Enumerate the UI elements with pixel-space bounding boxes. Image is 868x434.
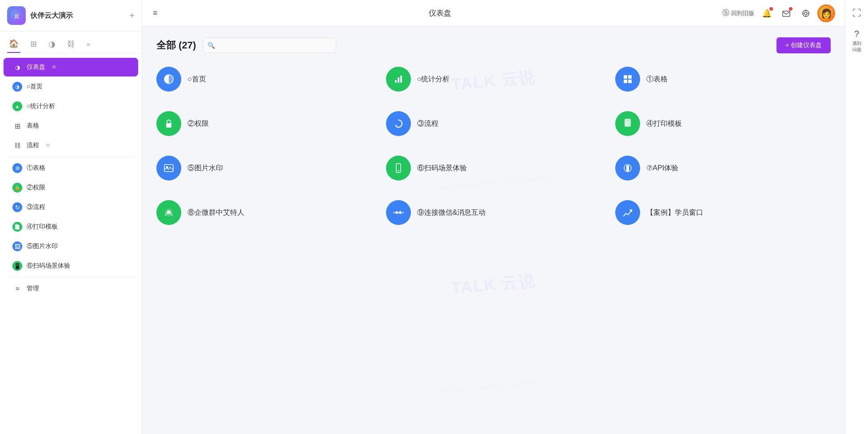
table-icon: ⊞: [12, 121, 22, 131]
card-icon-case: [615, 200, 640, 225]
help-label: 遇到 问题: [852, 40, 861, 53]
qrcode-icon: 📱: [12, 261, 22, 271]
card-label-qrcode: ⑥扫码场景体验: [417, 164, 467, 173]
sidebar-item-table1[interactable]: ⊞ ①表格: [4, 159, 138, 177]
dashboard-grid: ○首页 ○统计分析: [156, 62, 831, 229]
content-area: TALK 云说 -www.idctalk.com-国内专业云计算交流服务平台- …: [142, 27, 845, 434]
svg-point-26: [398, 170, 399, 172]
right-panel-qr[interactable]: ⛶: [845, 4, 868, 23]
svg-rect-13: [624, 75, 627, 79]
sidebar-item-table1-label: ①表格: [27, 164, 45, 172]
card-icon-permission: [156, 111, 181, 136]
sidebar-item-stats[interactable]: ▲ ○统计分析: [4, 97, 138, 116]
home-icon: ◑: [12, 82, 22, 92]
sidebar-item-flow3[interactable]: ↻ ③流程: [4, 198, 138, 217]
dashboard-card-stats[interactable]: ○统计分析: [386, 62, 601, 96]
sidebar-item-manage[interactable]: ≡ 管理: [4, 279, 138, 298]
sidebar-item-stats-label: ○统计分析: [27, 102, 55, 110]
svg-point-35: [402, 212, 404, 213]
dashboard-icon: ◑: [12, 62, 22, 72]
search-icon: 🔍: [207, 42, 215, 49]
user-avatar-button[interactable]: 👩: [818, 5, 834, 21]
card-icon-wechat-msg: [386, 200, 411, 225]
sidebar-item-table[interactable]: ⊞ 表格: [4, 117, 138, 135]
settings-button[interactable]: [799, 6, 813, 20]
svg-point-3: [803, 10, 809, 16]
dashboard-card-case[interactable]: 【案例】学员窗口: [615, 196, 831, 229]
sidebar-item-table-label: 表格: [27, 122, 39, 130]
notification-button[interactable]: 🔔: [760, 6, 774, 20]
card-icon-stats: [386, 67, 411, 92]
dashboard-card-print[interactable]: ④打印模板: [615, 107, 831, 141]
sidebar-item-flow-label: 流程: [27, 141, 39, 149]
sidebar: 云 伙伴云大演示 + 🏠 ⊞ ◑ ⛓ » ◑ 仪表盘 👁 ◑ ○首页 ▲ ○统计…: [0, 0, 142, 434]
card-icon-api: [615, 156, 640, 181]
card-icon-wechat-group: [156, 200, 181, 225]
dashboard-card-flow[interactable]: ③流程: [386, 107, 601, 141]
topbar-actions: Ⓢ 回到旧版 🔔: [722, 5, 834, 21]
sidebar-item-dashboard-label: 仪表盘: [27, 63, 45, 71]
svg-point-34: [393, 212, 395, 213]
sidebar-tab-more[interactable]: »: [87, 40, 90, 48]
card-label-wechat-group: ⑧企微群中艾特人: [187, 208, 244, 217]
sidebar-item-qrcode-label: ⑥扫码场景体验: [27, 262, 70, 270]
card-label-home: ○首页: [187, 75, 206, 84]
search-input[interactable]: [203, 38, 336, 53]
permission-icon: 🔒: [12, 183, 22, 193]
svg-point-29: [627, 170, 629, 172]
sidebar-item-permission[interactable]: 🔒 ②权限: [4, 178, 138, 197]
svg-rect-17: [166, 123, 171, 128]
tab-flow[interactable]: ⛓: [65, 36, 77, 52]
dashboard-card-api[interactable]: ⑦API体验: [615, 151, 831, 185]
sidebar-item-qrcode[interactable]: 📱 ⑥扫码场景体验: [4, 257, 138, 275]
watermark-icon: 🖼: [12, 241, 22, 251]
old-version-button[interactable]: Ⓢ 回到旧版: [722, 8, 754, 18]
stats-icon: ▲: [12, 101, 22, 111]
dashboard-card-qrcode[interactable]: ⑥扫码场景体验: [386, 151, 601, 185]
mail-button[interactable]: [779, 6, 793, 20]
sidebar-item-manage-label: 管理: [27, 285, 39, 293]
avatar-image: 👩: [819, 6, 833, 20]
svg-rect-10: [395, 80, 397, 83]
dashboard-card-wechat-group[interactable]: ⑧企微群中艾特人: [156, 196, 372, 229]
table1-icon: ⊞: [12, 163, 22, 173]
dashboard-card-wechat-msg[interactable]: ⑨连接微信&消息互动: [386, 196, 601, 229]
sidebar-tabs: 🏠 ⊞ ◑ ⛓ »: [0, 32, 142, 53]
card-label-stats: ○统计分析: [417, 75, 450, 84]
sidebar-add-button[interactable]: +: [129, 11, 135, 21]
sidebar-item-home[interactable]: ◑ ○首页: [4, 77, 138, 96]
content-inner: 全部 (27) 🔍 + 创建仪表盘: [156, 37, 831, 229]
search-box: 🔍: [203, 38, 336, 53]
dashboard-card-home[interactable]: ○首页: [156, 62, 372, 96]
svg-rect-28: [626, 165, 629, 171]
svg-rect-14: [628, 75, 632, 79]
svg-text:云: 云: [14, 13, 19, 19]
sidebar-header: 云 伙伴云大演示 +: [0, 0, 142, 32]
dashboard-card-table[interactable]: ①表格: [615, 62, 831, 96]
card-icon-imgwm: [156, 156, 181, 181]
content-title: 全部 (27): [156, 39, 196, 52]
tab-table[interactable]: ⊞: [28, 36, 39, 52]
sidebar-divider: [7, 157, 135, 157]
sidebar-item-print[interactable]: 📄 ④打印模板: [4, 217, 138, 236]
sidebar-item-watermark-label: ⑤图片水印: [27, 242, 58, 250]
sidebar-divider2: [7, 277, 135, 277]
menu-icon[interactable]: ≡: [153, 8, 158, 18]
tab-home[interactable]: 🏠: [7, 35, 20, 53]
card-icon-print: [615, 111, 640, 136]
dashboard-card-imgwm[interactable]: ⑤图片水印: [156, 151, 372, 185]
right-panel: ⛶ ? 遇到 问题: [845, 0, 868, 434]
right-panel-help[interactable]: ? 遇到 问题: [845, 24, 868, 57]
card-label-api: ⑦API体验: [646, 164, 678, 173]
topbar: ≡ 仪表盘 Ⓢ 回到旧版 🔔: [142, 0, 845, 27]
tab-chart[interactable]: ◑: [47, 36, 57, 52]
sidebar-item-print-label: ④打印模板: [27, 223, 58, 231]
eye-icon-dashboard: 👁: [52, 64, 57, 70]
sidebar-item-watermark[interactable]: 🖼 ⑤图片水印: [4, 237, 138, 256]
sidebar-item-flow[interactable]: ⛓ 流程 👁: [4, 136, 138, 155]
sidebar-item-dashboard[interactable]: ◑ 仪表盘 👁: [4, 58, 138, 76]
main: ≡ 仪表盘 Ⓢ 回到旧版 🔔: [142, 0, 845, 434]
svg-rect-16: [628, 80, 632, 83]
dashboard-card-permission[interactable]: ②权限: [156, 107, 372, 141]
create-dashboard-button[interactable]: + 创建仪表盘: [776, 37, 831, 53]
